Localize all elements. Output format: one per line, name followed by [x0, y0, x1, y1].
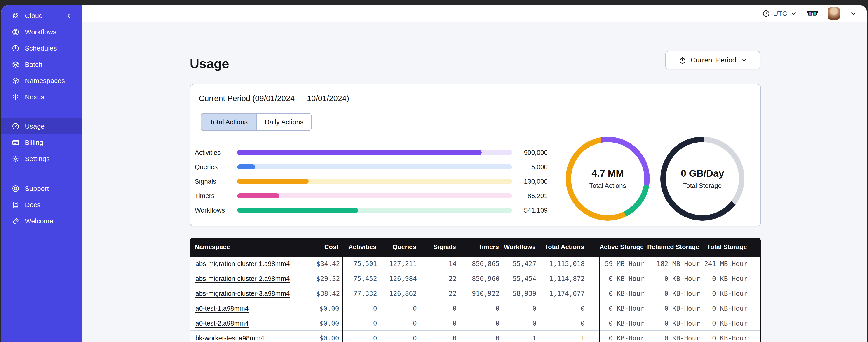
sidebar-item-workflows[interactable]: Workflows: [1, 24, 82, 40]
sidebar-item-nexus[interactable]: Nexus: [1, 89, 82, 105]
namespace-link[interactable]: abs-migration-cluster-3.a98mm4: [195, 290, 290, 297]
bar-fill: [237, 208, 358, 213]
avatar[interactable]: [828, 7, 840, 20]
retained-storage-cell: 182 MB-Hour: [648, 260, 703, 268]
timezone-dropdown[interactable]: UTC: [762, 10, 797, 18]
table-header-row: Namespace Cost Activities Queries Signal…: [190, 238, 761, 256]
bar-track: [237, 179, 512, 184]
bar-fill: [237, 165, 255, 169]
sidebar-item-settings[interactable]: Settings: [1, 151, 82, 167]
namespace-cell: a0-test-1.a98mm4: [190, 305, 316, 312]
brand-cloud[interactable]: Cloud: [1, 8, 82, 24]
sidebar-item-schedules[interactable]: Schedules: [1, 40, 82, 57]
total-storage-cell: 0 KB-Hour: [703, 275, 760, 282]
total-storage-label: Total Storage: [683, 182, 722, 190]
nexus-icon: [12, 93, 20, 101]
active-storage-cell: 0 KB-Hour: [599, 334, 648, 342]
activities-cell: 75,452: [342, 275, 380, 282]
retained-storage-cell: 0 KB-Hour: [648, 319, 703, 327]
column-header-cost: Cost: [316, 243, 342, 251]
bar-timers: Timers 85,201: [195, 189, 548, 203]
namespace-cell: bk-worker-test.a98mm4: [190, 335, 316, 342]
table-row[interactable]: bk-worker-test.a98mm4 $0.00 0 0 0 0 1 1 …: [190, 331, 760, 342]
period-dropdown-button[interactable]: Current Period: [665, 51, 760, 69]
current-period-card: Current Period (09/01/2024 — 10/01/2024)…: [190, 84, 761, 227]
bar-label: Activities: [195, 149, 237, 156]
namespace-link[interactable]: bk-worker-test.a98mm4: [195, 335, 264, 342]
batch-icon: [12, 61, 20, 68]
table-row[interactable]: abs-migration-cluster-3.a98mm4 $38.42 77…: [190, 286, 760, 301]
timers-cell: 856,865: [460, 260, 503, 268]
settings-icon: [12, 155, 20, 163]
signals-cell: 0: [420, 305, 460, 312]
sidebar-item-support[interactable]: Support: [1, 180, 82, 197]
retained-storage-cell: 0 KB-Hour: [648, 305, 703, 312]
chevron-down-icon: [790, 10, 797, 17]
table-row[interactable]: a0-test-1.a98mm4 $0.00 0 0 0 0 0 0 0 KB-…: [190, 301, 760, 316]
workflows-cell: 0: [503, 319, 539, 327]
usage-icon: [12, 123, 20, 130]
timers-cell: 856,960: [460, 275, 503, 282]
table-body: abs-migration-cluster-1.a98mm4 $34.42 75…: [190, 256, 761, 342]
sidebar-item-label: Usage: [25, 123, 45, 130]
activities-cell: 77,332: [342, 290, 380, 297]
activities-cell: 75,501: [342, 260, 380, 268]
tab-total-actions[interactable]: Total Actions: [201, 114, 256, 130]
queries-cell: 0: [380, 334, 420, 342]
signals-cell: 0: [420, 334, 460, 342]
namespace-link[interactable]: a0-test-1.a98mm4: [195, 305, 249, 312]
total-storage-donut: 0 GB/Day Total Storage: [660, 137, 744, 220]
sidebar-divider: [1, 114, 82, 114]
bar-label: Workflows: [195, 207, 237, 214]
sidebar-item-namespaces[interactable]: Namespaces: [1, 73, 82, 89]
sidebar-divider: [1, 174, 82, 174]
billing-icon: [12, 139, 20, 146]
chevron-down-icon: [740, 57, 747, 64]
total-actions-cell: 1: [539, 334, 599, 342]
tab-daily-actions[interactable]: Daily Actions: [256, 114, 311, 130]
signals-cell: 14: [420, 260, 460, 268]
glasses-icon[interactable]: [807, 10, 818, 18]
sidebar-item-label: Welcome: [25, 217, 53, 225]
total-actions-cell: 1,114,872: [539, 275, 599, 282]
account-chevron-down-icon[interactable]: [850, 10, 857, 17]
namespace-link[interactable]: abs-migration-cluster-1.a98mm4: [195, 260, 290, 267]
active-storage-cell: 0 KB-Hour: [599, 275, 648, 282]
column-header-queries: Queries: [379, 243, 419, 251]
column-header-active-storage: Active Storage: [598, 243, 647, 251]
welcome-icon: [12, 217, 20, 225]
sidebar-collapse-icon[interactable]: [65, 12, 72, 19]
sidebar-item-label: Workflows: [25, 28, 57, 36]
namespace-link[interactable]: a0-test-2.a98mm4: [195, 320, 249, 327]
bar-track: [237, 165, 512, 169]
column-header-total-actions: Total Actions: [539, 243, 598, 251]
table-row[interactable]: abs-migration-cluster-1.a98mm4 $34.42 75…: [190, 256, 760, 271]
bar-value: 85,201: [512, 192, 548, 200]
namespace-cell: abs-migration-cluster-2.a98mm4: [190, 275, 316, 282]
timers-cell: 0: [460, 319, 503, 327]
sidebar-item-label: Namespaces: [25, 77, 65, 84]
total-actions-cell: 0: [539, 319, 599, 327]
total-storage-cell: 0 KB-Hour: [703, 319, 760, 327]
namespace-link[interactable]: abs-migration-cluster-2.a98mm4: [195, 275, 290, 282]
table-row[interactable]: abs-migration-cluster-2.a98mm4 $29.32 75…: [190, 271, 760, 286]
schedules-icon: [12, 44, 20, 52]
bar-label: Signals: [195, 178, 237, 185]
bar-label: Timers: [195, 192, 237, 200]
sidebar-item-docs[interactable]: Docs: [1, 197, 82, 213]
workflows-cell: 55,454: [503, 275, 539, 282]
column-header-total-storage: Total Storage: [703, 243, 760, 251]
stopwatch-icon: [678, 56, 687, 64]
workflows-cell: 55,427: [503, 260, 539, 268]
queries-cell: 0: [380, 319, 420, 327]
docs-icon: [12, 201, 20, 209]
sidebar-item-welcome[interactable]: Welcome: [1, 213, 82, 229]
donut-center: 0 GB/Day Total Storage: [666, 142, 739, 215]
cost-cell: $29.32: [316, 275, 342, 282]
workflows-cell: 1: [503, 334, 539, 342]
table-row[interactable]: a0-test-2.a98mm4 $0.00 0 0 0 0 0 0 0 KB-…: [190, 316, 760, 331]
sidebar-item-billing[interactable]: Billing: [1, 134, 82, 151]
retained-storage-cell: 0 KB-Hour: [648, 334, 703, 342]
sidebar-item-usage[interactable]: Usage: [1, 118, 82, 134]
sidebar-item-batch[interactable]: Batch: [1, 57, 82, 73]
